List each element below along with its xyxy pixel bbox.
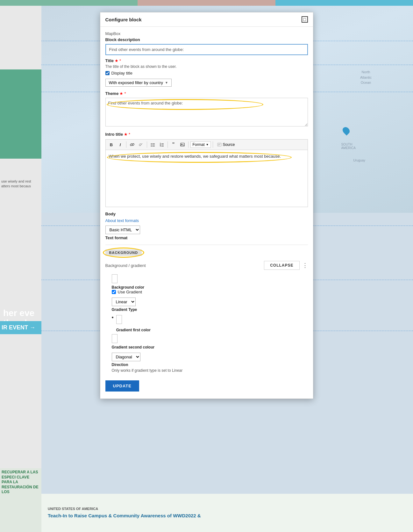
format-label: Format [193,142,205,147]
modal-close-button[interactable]: □ [302,16,308,23]
toolbar-separator-1 [126,141,126,148]
three-dots-icon[interactable]: ⋮ [302,262,308,269]
modal-overlay: Configure block □ MapBox Block descripti… [0,6,413,532]
toolbar-separator-4 [188,141,189,148]
source-icon [217,142,222,147]
title-required-star: ★ [115,58,118,63]
blockquote-button[interactable]: " [170,141,177,148]
link-icon [130,142,134,147]
intro-title-label: Intro title [105,132,123,137]
modal-title: Configure block [105,17,142,22]
theme-required-star2: * [124,91,126,96]
italic-button[interactable]: I [117,141,124,148]
direction-note: Only works if gradient type is set to Li… [112,368,308,373]
bg-color-section: Background color Use Gradient Linear Gra… [105,274,308,373]
editor-toolbar: B I 1.2.3. " [105,139,308,150]
unlink-icon [139,142,143,147]
gradient-type-select[interactable]: Linear [112,298,136,306]
bg-top-right [275,0,413,6]
use-gradient-label: Use Gradient [118,290,142,294]
configure-block-modal: Configure block □ MapBox Block descripti… [100,12,313,399]
update-button[interactable]: UPDATE [105,380,139,392]
block-description-label: Block description [105,37,308,42]
background-badge: BACKGROUND [105,249,142,256]
source-button[interactable]: Source [215,141,237,148]
toolbar-separator-2 [147,141,147,148]
gradient-type-row: Linear [112,298,308,306]
display-title-label: Display title [111,71,132,75]
close-icon: □ [303,17,306,22]
bg-top-left [0,0,138,6]
collapse-controls: COLLAPSE ⋮ [264,261,308,270]
provider-label: MapBox [105,31,308,36]
editor-content: When we protect, use wisely and restore … [109,153,304,160]
title-field-description: The title of the block as shown to the u… [105,64,308,69]
theme-required-star: ★ [119,91,123,96]
image-icon [180,142,185,147]
source-label: Source [223,142,235,147]
svg-text:3.: 3. [160,145,161,147]
display-title-row: Display title [105,71,308,75]
direction-select[interactable]: Diagonal [112,353,140,361]
background-section: BACKGROUND Background / gradient COLLAPS… [105,245,308,394]
svg-point-14 [181,144,182,144]
toolbar-separator-5 [213,141,213,148]
use-gradient-row: Use Gradient [112,290,308,294]
background-badge-wrapper: BACKGROUND [105,249,142,256]
theme-textarea-wrapper: Find other events from around the globe: [105,98,308,127]
bg-top-mid [138,0,275,6]
numbered-list-button[interactable]: 1.2.3. [158,141,166,148]
filter-dropdown-arrow: ▼ [165,81,168,84]
title-required-star2: * [119,58,121,63]
filter-dropdown[interactable]: With exposed filter by country ▼ [105,79,172,87]
bg-color-label: Background color [112,285,308,290]
text-format-label: Text format [105,235,308,240]
intro-required-star: ★ [124,132,128,137]
theme-textarea[interactable]: Find other events from around the globe: [105,98,308,126]
body-section: Body About text formats Basic HTML Text … [105,212,308,240]
gradient-first-color-block: Gradient first color [116,315,151,332]
toolbar-separator-3 [167,141,168,148]
svg-point-3 [151,145,151,145]
gradient-type-label: Gradient Type [112,307,308,312]
bullet-list-icon [151,142,155,147]
use-gradient-checkbox[interactable] [112,290,116,294]
modal-body: MapBox Block description Title ★ * The t… [100,27,313,399]
bullet-list-button[interactable] [149,141,157,148]
svg-rect-13 [181,143,184,146]
image-button[interactable] [179,141,186,148]
title-field-label: Title [105,58,114,63]
bold-button[interactable]: B [108,141,115,148]
filter-dropdown-label: With exposed filter by country [109,80,163,85]
modal-header: Configure block □ [100,12,313,27]
gradient-second-swatch[interactable] [112,334,117,343]
numbered-list-icon: 1.2.3. [160,142,164,147]
collapse-button[interactable]: COLLAPSE [264,261,299,270]
text-format-select[interactable]: Basic HTML [105,226,140,234]
bullet-icon: • [112,314,114,321]
bg-gradient-label: Background / gradient [105,263,146,268]
display-title-checkbox[interactable] [105,71,110,75]
editor-area[interactable]: When we protect, use wisely and restore … [105,150,308,207]
gradient-first-swatch[interactable] [116,315,122,324]
block-description-input[interactable] [105,44,308,55]
gradient-second-swatch-row [112,334,308,343]
gradient-first-swatch-row [116,315,151,324]
body-label: Body [105,212,308,216]
gradient-second-label: Gradient second colour [112,345,308,349]
gradient-first-label: Gradient first color [116,328,151,332]
link-button[interactable] [128,141,136,148]
unlink-button[interactable] [137,141,145,148]
svg-point-1 [151,143,151,144]
format-dropdown[interactable]: Format ▼ [190,141,211,148]
about-text-formats-link[interactable]: About text formats [105,218,139,223]
format-arrow: ▼ [206,143,209,146]
bg-color-swatch[interactable] [112,274,117,283]
svg-point-5 [151,146,151,147]
direction-label: Direction [112,363,308,367]
intro-required-star2: * [129,132,130,137]
theme-label: Theme [105,91,119,96]
bg-color-swatch-row [112,274,308,283]
gradient-first-color-row: • Gradient first color [112,315,308,332]
bg-gradient-row: Background / gradient COLLAPSE ⋮ [105,261,308,270]
